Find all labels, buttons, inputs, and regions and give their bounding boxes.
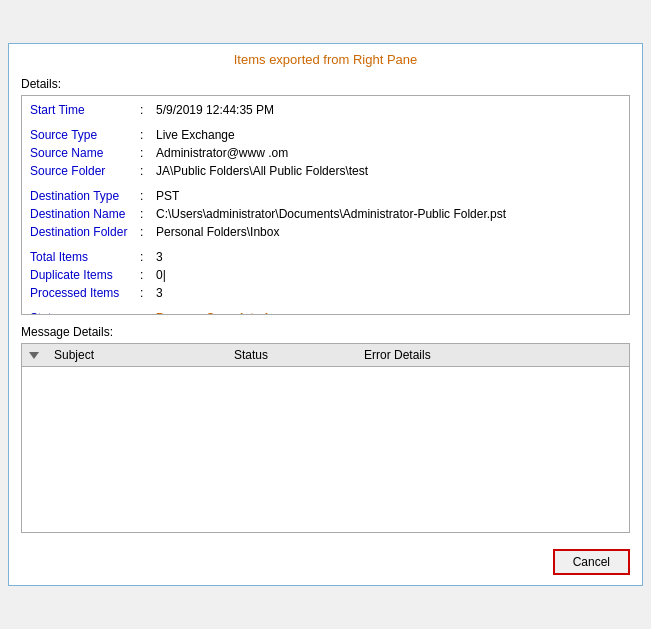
detail-label: Destination Type — [30, 188, 140, 205]
detail-label: Duplicate Items — [30, 267, 140, 284]
cancel-button[interactable]: Cancel — [553, 549, 630, 575]
detail-label: Start Time — [30, 102, 140, 119]
detail-value: JA\Public Folders\All Public Folders\tes… — [156, 163, 621, 180]
detail-value: Process Completed — [156, 310, 621, 315]
detail-row: Source Type:Live Exchange — [30, 127, 621, 144]
detail-row: Destination Name:C:\Users\administrator\… — [30, 206, 621, 223]
dialog-body: Details: Start Time:5/9/2019 12:44:35 PM… — [9, 73, 642, 541]
detail-colon: : — [140, 285, 156, 302]
message-details-label: Message Details: — [21, 325, 630, 339]
detail-row: Destination Type:PST — [30, 188, 621, 205]
detail-value: 0| — [156, 267, 621, 284]
table-header-icon — [22, 348, 46, 363]
detail-row: Processed Items:3 — [30, 285, 621, 302]
detail-row: Total Items:3 — [30, 249, 621, 266]
detail-colon: : — [140, 224, 156, 241]
detail-label: Total Items — [30, 249, 140, 266]
table-header-subject: Subject — [46, 344, 226, 366]
detail-value: C:\Users\administrator\Documents\Adminis… — [156, 206, 621, 223]
detail-row: Destination Folder:Personal Folders\Inbo… — [30, 224, 621, 241]
detail-colon: : — [140, 310, 156, 315]
detail-value: 3 — [156, 249, 621, 266]
detail-value: 5/9/2019 12:44:35 PM — [156, 102, 621, 119]
details-box[interactable]: Start Time:5/9/2019 12:44:35 PMSource Ty… — [21, 95, 630, 315]
details-section-label: Details: — [21, 77, 630, 91]
detail-row: Source Folder:JA\Public Folders\All Publ… — [30, 163, 621, 180]
sort-icon — [29, 352, 39, 359]
detail-label: Processed Items — [30, 285, 140, 302]
detail-row: Duplicate Items:0| — [30, 267, 621, 284]
detail-label: Source Name — [30, 145, 140, 162]
dialog-container: Items exported from Right Pane Details: … — [8, 43, 643, 586]
table-header: Subject Status Error Details — [22, 344, 629, 367]
detail-row: Status:Process Completed — [30, 310, 621, 315]
detail-label: Source Type — [30, 127, 140, 144]
message-table: Subject Status Error Details — [21, 343, 630, 533]
detail-value: Administrator@www .om — [156, 145, 621, 162]
dialog-footer: Cancel — [9, 541, 642, 585]
detail-colon: : — [140, 188, 156, 205]
detail-value: PST — [156, 188, 621, 205]
detail-colon: : — [140, 267, 156, 284]
detail-colon: : — [140, 249, 156, 266]
detail-label: Source Folder — [30, 163, 140, 180]
detail-value: 3 — [156, 285, 621, 302]
detail-label: Destination Name — [30, 206, 140, 223]
detail-value: Personal Folders\Inbox — [156, 224, 621, 241]
detail-colon: : — [140, 206, 156, 223]
table-header-status: Status — [226, 344, 356, 366]
detail-row: Source Name:Administrator@www .om — [30, 145, 621, 162]
detail-colon: : — [140, 127, 156, 144]
table-header-error: Error Details — [356, 344, 629, 366]
detail-label: Destination Folder — [30, 224, 140, 241]
detail-value: Live Exchange — [156, 127, 621, 144]
detail-row: Start Time:5/9/2019 12:44:35 PM — [30, 102, 621, 119]
detail-colon: : — [140, 145, 156, 162]
detail-label: Status — [30, 310, 140, 315]
dialog-title: Items exported from Right Pane — [9, 44, 642, 73]
detail-colon: : — [140, 163, 156, 180]
detail-colon: : — [140, 102, 156, 119]
